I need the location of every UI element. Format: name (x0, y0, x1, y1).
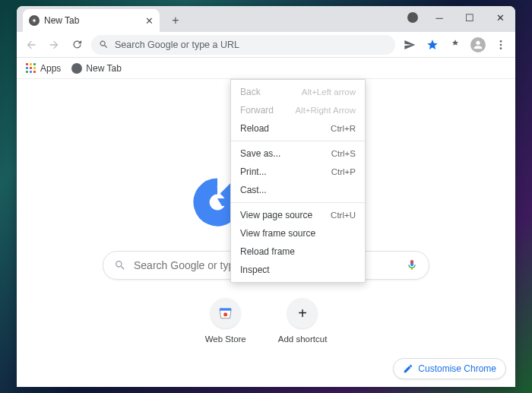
context-menu-shortcut: Alt+Left arrow (302, 87, 356, 97)
context-menu: BackAlt+Left arrowForwardAlt+Right Arrow… (230, 79, 366, 283)
search-icon (99, 40, 109, 49)
shortcut-label: Add shortcut (278, 334, 328, 344)
toolbar: Search Google or type a URL (17, 32, 515, 58)
profile-avatar[interactable] (470, 36, 486, 53)
tab-title: New Tab (44, 15, 79, 26)
ntp-shortcuts: Web Store + Add shortcut (205, 298, 328, 344)
context-menu-label: Save as... (240, 148, 280, 159)
bookmark-star-icon[interactable] (424, 36, 441, 53)
new-tab-button[interactable]: + (166, 11, 185, 30)
apps-grid-icon (26, 63, 36, 74)
mic-icon[interactable] (406, 258, 418, 273)
apps-label: Apps (40, 63, 61, 74)
maximize-button[interactable]: ☐ (454, 6, 485, 29)
context-menu-label: Back (240, 87, 261, 97)
context-menu-label: Inspect (240, 265, 270, 275)
context-menu-item[interactable]: Reload frame (231, 242, 365, 261)
bookmark-newtab[interactable]: New Tab (71, 63, 121, 74)
tab-close-icon[interactable]: ✕ (145, 15, 154, 27)
context-menu-item[interactable]: Save as...Ctrl+S (231, 144, 365, 163)
plus-icon: + (287, 298, 318, 328)
apps-shortcut[interactable]: Apps (26, 63, 61, 74)
context-menu-label: Reload frame (240, 246, 295, 257)
browser-tab[interactable]: New Tab ✕ (23, 9, 160, 32)
globe-icon (71, 63, 82, 74)
window-controls: ─ ☐ ✕ (401, 6, 515, 29)
page-content: Search Google or type a URL Web Store + … (17, 79, 515, 387)
pencil-icon (403, 363, 413, 374)
context-menu-shortcut: Ctrl+R (331, 124, 356, 133)
context-menu-label: View frame source (240, 228, 315, 239)
tab-favicon (29, 15, 40, 26)
context-menu-label: Forward (240, 105, 274, 116)
context-menu-shortcut: Ctrl+U (331, 211, 356, 220)
forward-button[interactable] (46, 36, 62, 53)
context-menu-shortcut: Ctrl+S (331, 149, 356, 158)
svg-point-3 (500, 43, 502, 46)
back-button[interactable] (23, 36, 40, 53)
context-menu-item[interactable]: View page sourceCtrl+U (231, 206, 365, 224)
svg-point-1 (33, 19, 35, 21)
shortcut-label: Web Store (205, 334, 246, 344)
extensions-icon[interactable] (447, 36, 464, 53)
reload-button[interactable] (68, 36, 85, 53)
context-menu-label: View page source (240, 210, 312, 220)
omnibox-placeholder: Search Google or type a URL (115, 40, 239, 50)
context-menu-item[interactable]: Print...Ctrl+P (231, 163, 365, 181)
titlebar: New Tab ✕ + ─ ☐ ✕ (17, 6, 515, 32)
svg-point-2 (500, 40, 502, 43)
browser-window: New Tab ✕ + ─ ☐ ✕ Search Google or type … (17, 6, 515, 387)
svg-point-4 (500, 47, 502, 49)
account-badge-icon[interactable] (401, 6, 424, 29)
minimize-button[interactable]: ─ (424, 6, 454, 29)
close-window-button[interactable]: ✕ (485, 6, 515, 29)
webstore-icon (211, 298, 241, 328)
menu-kebab-icon[interactable] (492, 36, 509, 53)
send-icon[interactable] (401, 36, 418, 53)
svg-rect-6 (220, 308, 231, 310)
svg-rect-5 (411, 268, 412, 270)
omnibox[interactable]: Search Google or type a URL (91, 35, 395, 55)
context-menu-label: Print... (240, 166, 267, 177)
context-menu-item[interactable]: Cast... (231, 181, 365, 199)
bookmarks-bar: Apps New Tab (17, 58, 515, 79)
customise-label: Customise Chrome (418, 363, 496, 374)
context-menu-item[interactable]: Inspect (231, 261, 365, 279)
shortcut-add[interactable]: + Add shortcut (278, 298, 328, 344)
context-menu-label: Reload (240, 123, 269, 134)
context-menu-item: BackAlt+Left arrow (231, 83, 365, 101)
context-menu-shortcut: Alt+Right Arrow (295, 106, 356, 115)
svg-point-7 (223, 312, 227, 316)
bookmark-label: New Tab (86, 63, 121, 74)
customise-chrome-button[interactable]: Customise Chrome (393, 358, 506, 379)
context-menu-item[interactable]: View frame source (231, 224, 365, 242)
context-menu-label: Cast... (240, 185, 267, 195)
context-menu-item: ForwardAlt+Right Arrow (231, 101, 365, 119)
search-icon (114, 259, 126, 271)
shortcut-webstore[interactable]: Web Store (205, 298, 246, 344)
context-menu-shortcut: Ctrl+P (331, 167, 356, 176)
context-menu-item[interactable]: ReloadCtrl+R (231, 119, 365, 138)
